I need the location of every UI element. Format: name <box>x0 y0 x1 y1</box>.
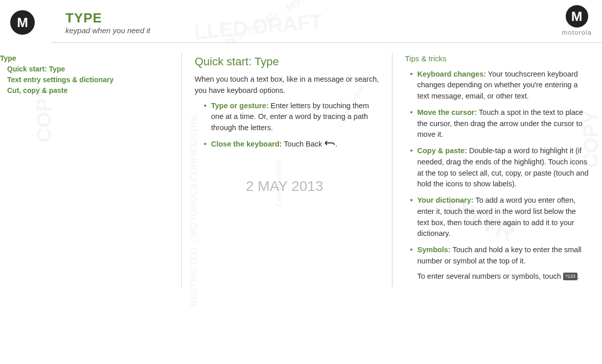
symbols-extra: To enter several numbers or symbols, tou… <box>418 271 590 282</box>
bullet-label: Copy & paste: <box>418 147 468 155</box>
motorola-logo-left: M <box>10 10 35 35</box>
toc-item[interactable]: Text entry settings & dictionary <box>0 75 158 85</box>
sidebar: Type Quick start: Type Text entry settin… <box>0 53 169 287</box>
symbols-key-inline: ?123 <box>563 273 577 281</box>
content-column-2: Tips & tricks Keyboard changes: Your tou… <box>405 53 597 287</box>
motorola-m-icon: M <box>17 15 28 31</box>
bullet-item: Symbols: Touch and hold a key to enter t… <box>410 245 590 282</box>
table-of-contents: Type Quick start: Type Text entry settin… <box>0 53 158 96</box>
bullet-label: Move the cursor: <box>418 108 477 116</box>
bullet-label: Symbols: <box>418 246 451 254</box>
toc-root[interactable]: Type <box>0 53 158 64</box>
toc-item[interactable]: Cut, copy & paste <box>0 85 158 96</box>
motorola-m-icon: M <box>571 9 583 25</box>
bullet-item: Keyboard changes: Your touchscreen keybo… <box>410 69 590 102</box>
section-heading: Quick start: Type <box>195 53 379 70</box>
column-divider <box>392 53 392 287</box>
bullet-item: Type or gesture: Enter letters by touchi… <box>204 101 379 134</box>
brand-label: motorola <box>562 29 592 36</box>
section-intro: When you touch a text box, like in a mes… <box>195 74 379 96</box>
content-column-1: Quick start: Type When you touch a text … <box>195 53 379 287</box>
column-divider <box>181 53 182 287</box>
bullet-item: Copy & paste: Double-tap a word to highl… <box>410 145 590 190</box>
bullet-text: Touch Back <box>282 140 325 148</box>
bullet-label: Keyboard changes: <box>418 70 487 78</box>
page-title: TYPE <box>65 10 150 26</box>
toc-item[interactable]: Quick start: Type <box>0 64 158 75</box>
bullet-label: Your dictionary: <box>418 196 474 204</box>
bullet-item: Your dictionary: To add a word you enter… <box>410 195 590 239</box>
bullet-label: Type or gesture: <box>211 102 269 110</box>
page-subtitle: keypad when you need it <box>65 26 150 35</box>
motorola-logo-right: M motorola <box>562 5 592 36</box>
bullet-item: Move the cursor: Touch a spot in the tex… <box>410 107 590 140</box>
page-header: M TYPE keypad when you need it M motorol… <box>0 0 602 40</box>
date-watermark: 2 MAY 2013 <box>246 176 323 197</box>
bullet-label: Close the keyboard: <box>211 140 282 148</box>
back-arrow-icon <box>324 139 335 150</box>
tips-heading: Tips & tricks <box>405 53 590 65</box>
bullet-item: Close the keyboard: Touch Back . <box>204 139 379 150</box>
